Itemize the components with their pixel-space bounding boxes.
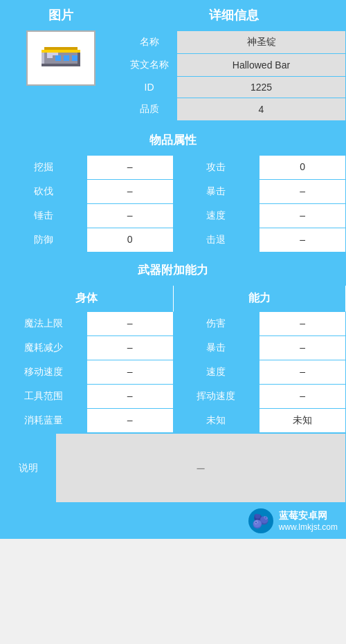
weapon-attr-value: –	[87, 312, 174, 336]
weapon-attr-label: 移动速度	[1, 360, 87, 385]
detail-table: 名称神圣锭英文名称Hallowed BarID1225品质4	[121, 30, 346, 121]
item-pixel-art	[39, 44, 83, 73]
attr-label: 锤击	[1, 204, 87, 228]
weapon-attr-label: 消耗蓝量	[1, 409, 87, 433]
detail-row-label: 名称	[122, 31, 177, 54]
weapon-attr-value: –	[87, 409, 174, 433]
svg-rect-4	[42, 64, 80, 66]
weapon-attr-label: 暴击	[174, 336, 260, 360]
weapon-sub-ability: 能力	[174, 286, 347, 312]
svg-rect-9	[55, 55, 61, 61]
svg-rect-8	[47, 55, 53, 58]
svg-rect-5	[44, 47, 78, 50]
desc-content: –	[56, 434, 345, 502]
attr-label: 挖掘	[1, 156, 87, 180]
detail-row-value: 神圣锭	[177, 31, 346, 54]
svg-rect-6	[42, 50, 80, 53]
weapon-attr-value: 未知	[260, 409, 346, 433]
weapon-attr-value: –	[87, 385, 174, 409]
detail-row-label: 品质	[122, 98, 177, 121]
attr-value: –	[260, 180, 346, 204]
attr-value: 0	[260, 156, 346, 180]
attr-label: 暴击	[174, 180, 260, 204]
weapon-attr-label: 魔耗减少	[1, 336, 87, 360]
image-section: 图片	[0, 0, 121, 121]
attr-value: –	[87, 156, 174, 180]
weapon-attr-label: 挥动速度	[174, 385, 260, 409]
attr-value: –	[260, 204, 346, 228]
attr-label: 速度	[174, 204, 260, 228]
attr-label: 防御	[1, 228, 87, 252]
detail-row-value: 1225	[177, 77, 346, 98]
detail-row-value: 4	[177, 98, 346, 121]
item-image-box	[26, 30, 95, 86]
footer-url: www.lmkjst.com	[279, 522, 338, 532]
weapon-sub-body: 身体	[1, 286, 174, 312]
detail-row: ID1225	[122, 77, 346, 98]
footer-site-name: 蓝莓安卓网	[279, 510, 327, 522]
footer-logo-text: 🫐	[252, 513, 269, 529]
weapon-sub-headers: 身体 能力	[0, 286, 346, 312]
top-section: 图片	[0, 0, 346, 123]
attr-label: 攻击	[174, 156, 260, 180]
svg-rect-11	[72, 55, 78, 61]
item-attrs-header: 物品属性	[0, 123, 346, 156]
detail-row-value: Hallowed Bar	[177, 54, 346, 77]
image-section-title: 图片	[48, 7, 73, 24]
weapon-attr-value: –	[260, 336, 346, 360]
weapon-attr-label: 速度	[174, 360, 260, 385]
weapon-attr-value: –	[87, 360, 174, 385]
weapon-attr-value: –	[260, 360, 346, 385]
detail-row-label: ID	[122, 77, 177, 98]
desc-label: 说明	[1, 434, 56, 502]
main-container: 图片	[0, 0, 346, 539]
weapon-attr-label: 魔法上限	[1, 312, 87, 336]
weapon-attr-value: –	[87, 336, 174, 360]
footer: 🫐 蓝莓安卓网 www.lmkjst.com	[0, 503, 346, 539]
attr-label: 砍伐	[1, 180, 87, 204]
weapon-attr-label: 工具范围	[1, 385, 87, 409]
attrs-grid: 挖掘–攻击0砍伐–暴击–锤击–速度–防御0击退–	[0, 156, 346, 253]
attr-value: –	[260, 228, 346, 252]
detail-section-title: 详细信息	[121, 0, 346, 30]
detail-row: 品质4	[122, 98, 346, 121]
svg-rect-7	[47, 53, 58, 55]
weapon-attrs-grid: 魔法上限–伤害–魔耗减少–暴击–移动速度–速度–工具范围–挥动速度–消耗蓝量–未…	[0, 312, 346, 434]
weapon-attr-value: –	[260, 385, 346, 409]
attr-value: –	[87, 204, 174, 228]
attr-value: –	[87, 180, 174, 204]
weapon-attr-label: 伤害	[174, 312, 260, 336]
weapon-bonus-header: 武器附加能力	[0, 253, 346, 286]
weapon-attr-value: –	[260, 312, 346, 336]
svg-rect-10	[64, 55, 69, 61]
attr-value: 0	[87, 228, 174, 252]
detail-row: 英文名称Hallowed Bar	[122, 54, 346, 77]
footer-logo: 🫐	[248, 508, 273, 533]
description-section: 说明 –	[0, 434, 346, 503]
weapon-attr-label: 未知	[174, 409, 260, 433]
detail-row-label: 英文名称	[122, 54, 177, 77]
attr-label: 击退	[174, 228, 260, 252]
detail-row: 名称神圣锭	[122, 31, 346, 54]
detail-info-section: 详细信息 名称神圣锭英文名称Hallowed BarID1225品质4	[121, 0, 346, 121]
